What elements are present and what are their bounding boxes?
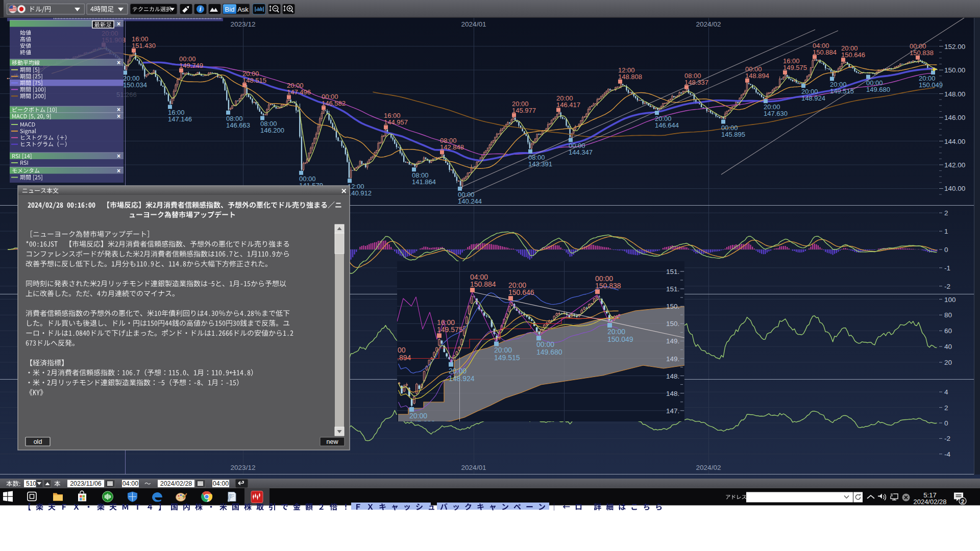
- svg-text:146.417: 146.417: [556, 101, 580, 109]
- svg-text:149.515: 149.515: [494, 354, 520, 362]
- svg-text:-2: -2: [944, 283, 950, 290]
- svg-text:-1: -1: [944, 264, 950, 272]
- svg-text:148.: 148.: [666, 390, 679, 397]
- svg-text:20: 20: [944, 359, 952, 366]
- svg-text:148.808: 148.808: [618, 73, 642, 81]
- svg-text:146.663: 146.663: [226, 121, 250, 129]
- svg-text:146.582: 146.582: [322, 99, 346, 107]
- svg-text:147.630: 147.630: [764, 110, 788, 117]
- svg-text:151.: 151.: [666, 268, 679, 276]
- svg-text:00:00: 00:00: [536, 340, 554, 348]
- svg-text:1: 1: [944, 228, 948, 235]
- svg-text:2024/02: 2024/02: [696, 20, 721, 28]
- svg-text:2024/02/28: 2024/02/28: [913, 498, 946, 506]
- svg-text:140.912: 140.912: [348, 189, 372, 197]
- svg-text:0: 0: [944, 246, 948, 254]
- svg-text:149.515: 149.515: [830, 87, 854, 95]
- svg-text:140.244: 140.244: [458, 197, 482, 205]
- svg-text:148.00: 148.00: [944, 90, 965, 98]
- svg-text:142.848: 142.848: [440, 143, 464, 151]
- svg-text:new: new: [327, 438, 339, 445]
- svg-text:149.749: 149.749: [179, 62, 203, 69]
- svg-text:150.884: 150.884: [813, 48, 837, 56]
- svg-text:2: 2: [944, 209, 948, 217]
- svg-text:151.430: 151.430: [132, 42, 156, 49]
- svg-text:148.515: 148.515: [242, 77, 266, 84]
- svg-text:149.575: 149.575: [783, 64, 807, 71]
- svg-text:100: 100: [944, 296, 956, 304]
- svg-text:140.00: 140.00: [944, 185, 965, 192]
- svg-text:0: 0: [944, 419, 948, 427]
- svg-text:4: 4: [944, 388, 948, 396]
- svg-text:04:00: 04:00: [213, 480, 229, 487]
- svg-text:145.895: 145.895: [721, 131, 745, 138]
- svg-text:2024/01: 2024/01: [461, 20, 486, 28]
- svg-text:149.575: 149.575: [437, 325, 463, 334]
- svg-text:150.: 150.: [666, 320, 679, 328]
- svg-text:144.00: 144.00: [944, 138, 965, 145]
- svg-text:Bid: Bid: [225, 6, 235, 13]
- svg-text:146.644: 146.644: [655, 121, 679, 129]
- svg-text:150.049: 150.049: [607, 335, 633, 343]
- svg-text:149.: 149.: [666, 337, 679, 345]
- svg-text:old: old: [34, 438, 42, 445]
- svg-text:2024/01: 2024/01: [461, 464, 486, 471]
- svg-text:150.646: 150.646: [841, 51, 865, 59]
- svg-text:152.00: 152.00: [944, 43, 965, 51]
- svg-text:147.: 147.: [666, 407, 679, 415]
- svg-text:144.957: 144.957: [384, 118, 408, 126]
- svg-text:2023/12: 2023/12: [231, 20, 256, 28]
- svg-text:×: ×: [117, 20, 120, 28]
- svg-text:148.337: 148.337: [684, 79, 708, 86]
- svg-text:149.: 149.: [666, 355, 679, 363]
- svg-text:148.894: 148.894: [745, 72, 769, 80]
- svg-text:.894: .894: [397, 354, 411, 362]
- svg-text:147.496: 147.496: [287, 88, 311, 96]
- svg-text:146.00: 146.00: [944, 114, 965, 121]
- svg-text:149.680: 149.680: [536, 348, 562, 356]
- svg-text:60: 60: [944, 327, 952, 335]
- svg-text:150.838: 150.838: [910, 49, 934, 57]
- svg-text:80: 80: [944, 311, 952, 319]
- svg-text:148.924: 148.924: [449, 374, 475, 383]
- svg-text:150.884: 150.884: [470, 280, 496, 288]
- svg-text:2024/02/28: 2024/02/28: [160, 480, 192, 487]
- svg-text:147.146: 147.146: [168, 115, 192, 123]
- svg-text:2: 2: [961, 498, 964, 505]
- svg-text:143.391: 143.391: [528, 160, 552, 168]
- svg-text:149.680: 149.680: [866, 86, 890, 93]
- svg-text:-4: -4: [944, 450, 950, 458]
- svg-text:00: 00: [398, 346, 406, 354]
- svg-text:510: 510: [26, 480, 36, 487]
- svg-text:Ask: Ask: [237, 6, 249, 13]
- svg-text:144.347: 144.347: [569, 148, 593, 156]
- svg-text:×: ×: [117, 153, 120, 160]
- svg-text:×: ×: [117, 113, 120, 120]
- svg-text:20:00: 20:00: [494, 346, 512, 354]
- svg-text:04:00: 04:00: [122, 480, 138, 487]
- svg-text:×: ×: [117, 167, 120, 174]
- svg-text:51.266: 51.266: [116, 91, 137, 98]
- svg-text:150.049: 150.049: [919, 81, 943, 89]
- svg-text:148.924: 148.924: [801, 94, 825, 102]
- svg-text:142.00: 142.00: [944, 161, 965, 169]
- svg-text:2: 2: [944, 404, 948, 412]
- svg-text:150.00: 150.00: [944, 66, 965, 74]
- svg-text:-2: -2: [944, 435, 950, 442]
- svg-text:150.034: 150.034: [123, 81, 147, 89]
- svg-text:146.200: 146.200: [260, 127, 284, 134]
- svg-text:2024/02: 2024/02: [696, 464, 721, 471]
- svg-text:20:00: 20:00: [607, 328, 625, 336]
- svg-text:20:00: 20:00: [409, 412, 427, 420]
- svg-text:151.: 151.: [666, 285, 679, 293]
- svg-text:141.864: 141.864: [412, 178, 436, 186]
- svg-text:20:00: 20:00: [449, 367, 467, 375]
- svg-text:40: 40: [944, 343, 952, 350]
- svg-text:148.: 148.: [666, 372, 679, 380]
- svg-text:×: ×: [117, 59, 120, 66]
- svg-text:145.977: 145.977: [512, 107, 536, 114]
- svg-text:150.: 150.: [666, 303, 679, 310]
- svg-text:2023/12: 2023/12: [231, 464, 256, 471]
- svg-text:150.838: 150.838: [595, 282, 621, 290]
- svg-text:150.646: 150.646: [508, 288, 534, 296]
